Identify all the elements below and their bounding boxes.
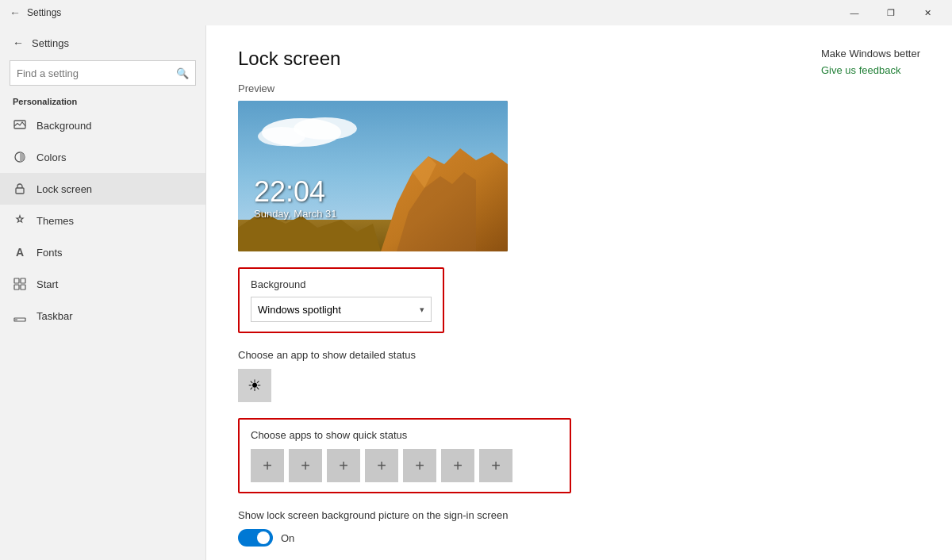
titlebar: ← Settings — ❐ ✕	[0, 0, 952, 25]
toggle-state-label: On	[281, 532, 294, 544]
svg-rect-8	[15, 320, 17, 320]
background-icon	[13, 118, 27, 132]
svg-rect-3	[14, 278, 19, 283]
sidebar-item-lock-screen-label: Lock screen	[36, 183, 92, 195]
sidebar-back-button[interactable]: ← Settings	[0, 29, 205, 57]
svg-point-12	[258, 127, 305, 146]
dropdown-arrow-icon: ▾	[420, 305, 424, 315]
sidebar-item-start-label: Start	[36, 278, 58, 290]
taskbar-icon	[13, 309, 27, 323]
feedback-link[interactable]: Give us feedback	[821, 64, 900, 76]
quick-status-btn-3[interactable]: +	[327, 449, 360, 482]
themes-icon	[13, 213, 27, 228]
quick-status-label: Choose apps to show quick status	[251, 429, 559, 441]
toggle-section: Show lock screen background picture on t…	[238, 509, 920, 547]
minimize-button[interactable]: —	[836, 0, 873, 25]
clock-display: 22:04 Sunday, March 31	[254, 178, 337, 220]
quick-status-btn-1[interactable]: +	[251, 449, 284, 482]
toggle-row: On	[238, 529, 920, 547]
svg-rect-6	[21, 285, 25, 290]
app-title: Settings	[27, 7, 61, 18]
start-icon	[13, 277, 27, 291]
personalization-heading: Personalization	[0, 92, 205, 109]
toggle-section-label: Show lock screen background picture on t…	[238, 509, 920, 521]
quick-status-btn-6[interactable]: +	[441, 449, 474, 482]
main-content: Lock screen Make Windows better Give us …	[206, 25, 952, 560]
quick-status-btn-4[interactable]: +	[365, 449, 398, 482]
sidebar-item-taskbar-label: Taskbar	[36, 310, 73, 322]
sidebar-item-background-label: Background	[36, 120, 91, 132]
background-dropdown[interactable]: Windows spotlight ▾	[251, 297, 432, 322]
sidebar-item-start[interactable]: Start	[0, 268, 205, 300]
titlebar-left: ← Settings	[10, 6, 61, 19]
quick-status-buttons: + + + + + + +	[251, 449, 559, 482]
weather-app-button[interactable]: ☀	[238, 369, 271, 402]
sidebar-item-fonts-label: Fonts	[36, 247, 63, 259]
sidebar-item-background[interactable]: Background	[0, 109, 205, 141]
page-title: Lock screen	[238, 48, 821, 70]
sidebar-item-fonts[interactable]: A Fonts	[0, 236, 205, 268]
feedback-block: Make Windows better Give us feedback	[821, 48, 920, 77]
maximize-button[interactable]: ❐	[873, 0, 909, 25]
close-button[interactable]: ✕	[909, 0, 946, 25]
svg-rect-2	[16, 188, 24, 194]
weather-icon: ☀	[248, 376, 262, 395]
clock-date: Sunday, March 31	[254, 208, 337, 220]
search-icon: 🔍	[176, 67, 189, 79]
colors-icon	[13, 150, 27, 164]
sidebar-item-taskbar[interactable]: Taskbar	[0, 300, 205, 332]
sidebar-item-lock-screen[interactable]: Lock screen	[0, 173, 205, 205]
sign-in-toggle[interactable]	[238, 529, 273, 547]
search-icon-button[interactable]: 🔍	[176, 67, 189, 79]
quick-status-btn-7[interactable]: +	[479, 449, 512, 482]
svg-rect-5	[14, 285, 19, 290]
quick-status-btn-5[interactable]: +	[403, 449, 436, 482]
back-arrow-icon: ←	[13, 36, 24, 49]
sidebar-item-colors[interactable]: Colors	[0, 141, 205, 173]
quick-status-btn-2[interactable]: +	[289, 449, 322, 482]
sidebar: ← Settings 🔍 Personalization Background …	[0, 25, 206, 560]
dropdown-value: Windows spotlight	[258, 304, 341, 316]
feedback-header: Make Windows better	[821, 48, 920, 59]
quick-status-section: Choose apps to show quick status + + + +…	[238, 418, 571, 493]
sidebar-back-label: Settings	[32, 37, 69, 49]
search-box: 🔍	[10, 60, 196, 86]
preview-image: 22:04 Sunday, March 31	[238, 101, 508, 251]
lock-screen-icon	[13, 182, 27, 196]
sidebar-item-colors-label: Colors	[36, 152, 67, 163]
search-input[interactable]	[17, 67, 176, 79]
fonts-icon: A	[13, 245, 27, 259]
toggle-knob	[257, 531, 270, 544]
back-icon[interactable]: ←	[10, 6, 21, 19]
preview-label: Preview	[238, 82, 920, 94]
sidebar-item-themes[interactable]: Themes	[0, 205, 205, 236]
sidebar-item-themes-label: Themes	[36, 215, 74, 227]
titlebar-controls: — ❐ ✕	[836, 0, 946, 25]
choose-app-label: Choose an app to show detailed status	[238, 349, 920, 361]
background-section-label: Background	[251, 278, 432, 290]
clock-time: 22:04	[254, 178, 337, 206]
svg-rect-4	[21, 278, 25, 283]
background-section: Background Windows spotlight ▾	[238, 267, 444, 333]
app-body: ← Settings 🔍 Personalization Background …	[0, 25, 952, 560]
